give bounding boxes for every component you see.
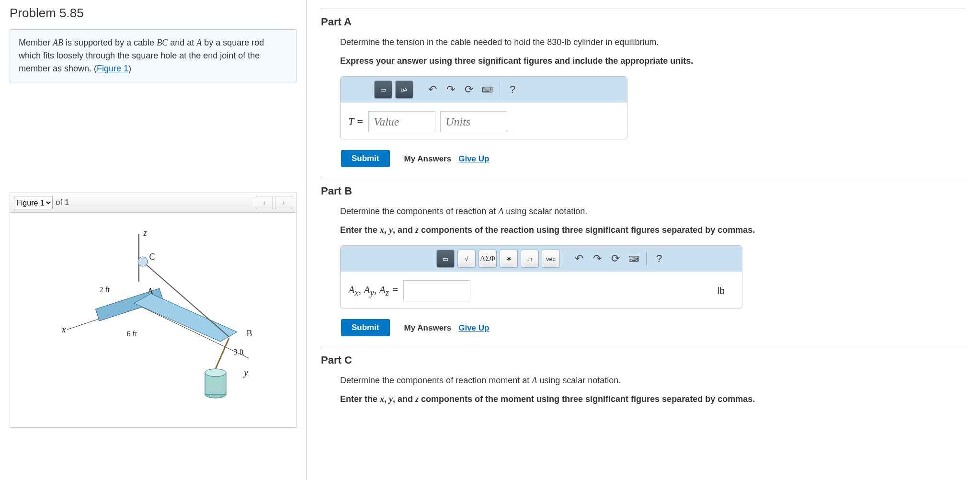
undo-button[interactable]: ↶ [571, 251, 587, 266]
instr-text: using scalar notation. [503, 206, 587, 216]
instr-a: A [532, 376, 537, 385]
desc-text: ) [128, 64, 131, 73]
part-b-input-row: Ax, Ay, Az = lb [341, 272, 742, 301]
figure-prev-button[interactable]: ‹ [256, 196, 273, 209]
dim-6ft: 6 ft [127, 330, 137, 338]
instr-text: , [384, 225, 389, 235]
part-b-giveup-link[interactable]: Give Up [458, 323, 489, 332]
figure-select[interactable]: Figure 1 [14, 196, 53, 209]
instr-text: Enter the [340, 394, 380, 404]
divider [321, 9, 966, 9]
part-a-giveup-link[interactable]: Give Up [458, 154, 489, 163]
tension-value-input[interactable] [368, 111, 435, 132]
var-a: A [364, 284, 370, 296]
figure-next-button[interactable]: › [275, 196, 292, 209]
instr-z: z [415, 225, 419, 235]
part-c-body: Determine the components of reaction mom… [321, 374, 966, 406]
sep: , [374, 284, 379, 296]
problem-description: Member AB is supported by a cable BC and… [10, 29, 296, 82]
dim-3ft: 3 ft [234, 348, 244, 356]
help-icon: ? [656, 252, 662, 265]
figure-section: Figure 1 of 1 ‹ › [10, 193, 296, 428]
sub-x: x [354, 288, 358, 297]
reset-icon: ⟳ [465, 83, 473, 96]
reset-button[interactable]: ⟳ [608, 251, 623, 266]
template-button-1[interactable]: ▭ [374, 80, 392, 99]
point-b-label: B [247, 329, 252, 339]
instr-a: A [498, 206, 503, 216]
part-b-title: Part B [321, 185, 966, 197]
updown-button[interactable]: ↓↑ [521, 250, 539, 268]
part-a-title: Part A [321, 16, 966, 28]
figure-count: of 1 [56, 198, 69, 207]
point-a-label: A [148, 286, 154, 297]
reset-icon: ⟳ [611, 252, 620, 265]
divider [321, 178, 966, 178]
desc-text: Member [19, 38, 53, 47]
instr-y: y [389, 394, 393, 404]
divider [321, 347, 966, 347]
my-answers-label: My Answers [404, 154, 452, 163]
format-icon: ▭ [443, 255, 448, 263]
instr-x: x [380, 225, 384, 235]
desc-bc: BC [157, 38, 168, 47]
redo-icon: ↷ [593, 252, 602, 265]
part-b-toolbar: ▭ √ ΑΣΦ ✱ ↓↑ vec ↶ ↷ ⟳ ⌨ ? [341, 246, 742, 272]
problem-title: Problem 5.85 [10, 6, 296, 21]
format-button[interactable]: ▭ [436, 250, 455, 268]
part-b-submit-button[interactable]: Submit [341, 319, 390, 336]
redo-button[interactable]: ↷ [590, 251, 605, 266]
figure-body: z C A x B y 2 ft 6 ft 3 ft [10, 213, 296, 428]
vec-button[interactable]: vec [542, 250, 560, 268]
help-button[interactable]: ? [505, 82, 520, 97]
sub-y: y [370, 288, 374, 297]
undo-button[interactable]: ↶ [425, 82, 440, 97]
instr-text: cylinder in equilibrium. [571, 37, 659, 47]
part-a-instruction-2: Express your answer using three signific… [340, 55, 966, 68]
template-icon: ▭ [380, 86, 386, 93]
greek-button[interactable]: ΑΣΦ [479, 250, 497, 268]
unit-lb: lb [717, 286, 734, 297]
special-button[interactable]: ✱ [500, 250, 518, 268]
part-a-body: Determine the tension in the cable neede… [321, 36, 966, 167]
sqrt-icon: √ [465, 255, 468, 263]
keyboard-icon: ⌨ [482, 85, 493, 94]
part-a-submit-button[interactable]: Submit [341, 150, 390, 167]
redo-icon: ↷ [446, 83, 455, 96]
part-c-instruction-1: Determine the components of reaction mom… [340, 374, 966, 387]
figure-header: Figure 1 of 1 ‹ › [10, 193, 296, 213]
undo-icon: ↶ [575, 252, 583, 265]
instr-text: Determine the components of reaction at [340, 206, 498, 216]
instr-text: components of the moment using three sig… [419, 394, 755, 404]
sep: , [359, 284, 364, 296]
keyboard-button[interactable]: ⌨ [479, 82, 495, 97]
left-panel: Problem 5.85 Member AB is supported by a… [0, 0, 307, 480]
tension-units-input[interactable] [440, 111, 507, 132]
keyboard-button[interactable]: ⌨ [626, 251, 641, 266]
reset-button[interactable]: ⟳ [461, 82, 477, 97]
chevron-left-icon: ‹ [263, 199, 266, 206]
instr-z: z [415, 394, 419, 404]
svg-point-8 [205, 369, 226, 377]
variable-t-label: T = [348, 115, 364, 128]
part-c-instruction-2: Enter the x, y, and z components of the … [340, 393, 966, 406]
instr-text: Determine the components of reaction mom… [340, 376, 532, 385]
template-button-2[interactable]: μA [395, 80, 413, 99]
help-button[interactable]: ? [651, 251, 667, 266]
sqrt-button[interactable]: √ [457, 250, 476, 268]
redo-button[interactable]: ↷ [443, 82, 458, 97]
svg-point-5 [138, 257, 148, 266]
instr-x: x [380, 394, 384, 404]
variable-axyz-label: Ax, Ay, Az = [348, 284, 399, 298]
part-a-actions: Submit My Answers Give Up [340, 150, 966, 167]
instr-y: y [389, 225, 393, 235]
desc-ab: AB [53, 38, 63, 47]
part-a-input-row: T = [341, 103, 627, 132]
updown-icon: ↓↑ [527, 255, 533, 263]
my-answers-label: My Answers [404, 323, 452, 332]
dim-2ft: 2 ft [100, 286, 110, 294]
reaction-components-input[interactable] [403, 280, 470, 301]
part-a-instruction-1: Determine the tension in the cable neede… [340, 36, 966, 49]
figure-link[interactable]: Figure 1 [97, 64, 128, 73]
desc-a: A [196, 38, 202, 47]
